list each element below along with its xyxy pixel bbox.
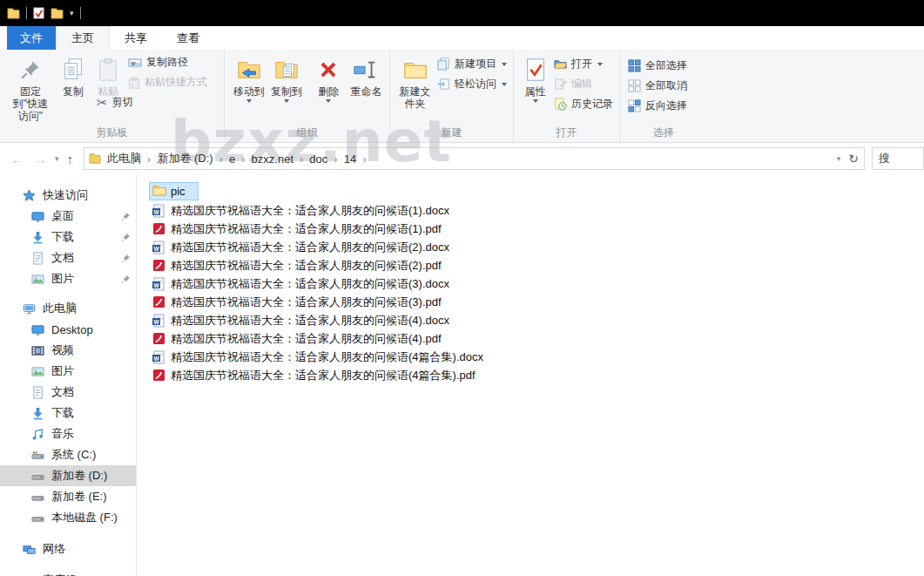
select-none-button[interactable]: 全部取消 [625,77,690,95]
pdf-icon [152,332,165,346]
file-item[interactable]: 精选国庆节祝福语大全：适合家人朋友的问候语(4).pdf [149,329,442,348]
sidebar-item-homegroup[interactable]: 家庭组 [0,570,136,576]
folder-icon[interactable] [7,8,20,19]
button-label: 复制 [63,85,84,98]
breadcrumb-item[interactable]: 新加卷 (D:) [151,149,219,168]
button-label: 删除 [318,85,339,98]
sidebar-item-downloads[interactable]: 下载 [0,227,136,247]
file-name: 精选国庆节祝福语大全：适合家人朋友的问候语(4).docx [171,313,449,329]
breadcrumb-item[interactable]: 14 [338,151,362,167]
divider [26,7,27,19]
select-all-button[interactable]: 全部选择 [625,57,690,75]
tab-share[interactable]: 共享 [110,26,162,50]
file-item[interactable]: W 精选国庆节祝福语大全：适合家人朋友的问候语(4篇合集).docx [149,348,483,366]
tab-home[interactable]: 主页 [56,26,110,50]
properties-button[interactable]: 属性 [519,51,551,125]
pin-to-quick-access-button[interactable]: 固定到"快速访问" [5,51,56,125]
copy-button[interactable]: 复制 [56,51,91,125]
address-dropdown-icon[interactable]: ▾ [834,154,844,163]
pin-icon [121,254,131,263]
recent-locations-icon[interactable]: ▾ [52,154,62,163]
sidebar-item-quick-access[interactable]: 快速访问 [0,185,136,206]
sidebar-item-videos[interactable]: 视频 [0,340,136,361]
button-label: 编辑 [571,77,592,91]
sidebar-item-label: 下载 [51,229,74,245]
folder-icon[interactable] [51,8,64,19]
group-label-new: 新建 [390,125,513,140]
qat-dropdown-icon[interactable]: ▾ [70,9,74,17]
sidebar-item-downloads-2[interactable]: 下载 [0,403,136,424]
button-label: 复制路径 [146,55,188,70]
easy-access-button[interactable]: 轻松访问 [435,75,509,93]
move-to-button[interactable]: 移动到 [230,51,267,125]
sidebar-item-label: 音乐 [51,426,74,442]
new-item-button[interactable]: 新建项目 [435,55,509,73]
up-icon[interactable]: ↑ [62,152,79,166]
file-name: 精选国庆节祝福语大全：适合家人朋友的问候语(1).docx [171,203,449,219]
file-item[interactable]: W 精选国庆节祝福语大全：适合家人朋友的问候语(1).docx [149,201,449,220]
copy-path-button[interactable]: W 复制路径 [125,53,210,71]
open-button[interactable]: 打开 [551,55,616,73]
file-item[interactable]: W 精选国庆节祝福语大全：适合家人朋友的问候语(2).docx [149,238,449,256]
refresh-icon[interactable]: ↻ [848,152,859,166]
invert-selection-button[interactable]: 反向选择 [625,97,690,115]
main-area: 快速访问 桌面 下载 文档 图片 此电脑 Desktop [0,174,924,576]
sidebar-item-label: 桌面 [51,208,74,224]
history-button[interactable]: 历史记录 [551,95,616,113]
file-item[interactable]: 精选国庆节祝福语大全：适合家人朋友的问候语(2).pdf [149,256,442,274]
rename-button[interactable]: 重命名 [347,51,386,125]
breadcrumb-item[interactable]: doc [303,151,334,167]
history-icon [554,98,567,111]
svg-text:W: W [153,245,159,251]
copy-to-button[interactable]: 复制到 [267,51,305,125]
ribbon-group-new: 新建文件夹 新建项目 轻松访问 新建 [390,50,514,142]
file-item[interactable]: 精选国庆节祝福语大全：适合家人朋友的问候语(3).pdf [149,293,442,311]
breadcrumb-item[interactable]: e [223,151,241,167]
file-item[interactable]: W 精选国庆节祝福语大全：适合家人朋友的问候语(3).docx [149,274,449,293]
sidebar-item-label: 视频 [51,342,74,358]
breadcrumb-item[interactable]: bzxz.net [246,151,300,167]
sidebar-item-music[interactable]: 音乐 [0,424,136,444]
properties-check-icon[interactable] [33,7,44,19]
sidebar-item-pictures[interactable]: 图片 [0,268,136,289]
new-folder-button[interactable]: 新建文件夹 [395,51,435,125]
sidebar-item-label: 新加卷 (D:) [51,468,107,484]
easy-access-icon [437,78,450,91]
tab-file[interactable]: 文件 [7,26,56,50]
address-bar: ← → ▾ ↑ 此电脑› 新加卷 (D:)› e› bzxz.net› doc›… [0,143,924,174]
sidebar-item-documents-2[interactable]: 文档 [0,382,136,403]
button-label: 复制到 [271,85,302,98]
chevron-down-icon [533,99,538,103]
navigation-pane: 快速访问 桌面 下载 文档 图片 此电脑 Desktop [0,174,137,576]
sidebar-item-drive-f[interactable]: 本地磁盘 (F:) [0,507,136,528]
move-to-icon [236,54,262,85]
sidebar-item-network[interactable]: 网络 [0,539,136,559]
copy-path-icon: W [128,56,142,70]
sidebar-item-desktop[interactable]: 桌面 [0,206,136,227]
folder-item-pic[interactable]: pic [149,182,199,200]
sidebar-item-documents[interactable]: 文档 [0,247,136,268]
sidebar-item-label: 图片 [51,363,74,379]
sidebar-item-label: 文档 [51,250,74,266]
sidebar-item-drive-e[interactable]: 新加卷 (E:) [0,486,136,507]
delete-button[interactable]: 删除 [311,51,347,125]
file-name: 精选国庆节祝福语大全：适合家人朋友的问候语(3).pdf [171,295,442,310]
chevron-right-icon[interactable]: › [362,152,366,166]
sidebar-item-this-pc[interactable]: 此电脑 [0,298,136,319]
sidebar-item-desktop-2[interactable]: Desktop [0,319,136,340]
breadcrumb-item[interactable]: 此电脑 [101,149,147,168]
file-item[interactable]: 精选国庆节祝福语大全：适合家人朋友的问候语(4篇合集).pdf [149,366,475,384]
tab-view[interactable]: 查看 [162,26,214,50]
folder-icon [152,184,166,198]
ribbon: 固定到"快速访问" 复制 粘贴 W 复制路径 粘贴快捷方式 ✂ 剪切 剪贴板 [0,50,924,143]
document-icon [31,252,44,265]
copy-to-icon [273,54,300,85]
file-item[interactable]: 精选国庆节祝福语大全：适合家人朋友的问候语(1).pdf [149,220,442,238]
sidebar-item-label: Desktop [51,323,93,336]
star-icon [23,189,36,202]
sidebar-item-pictures-2[interactable]: 图片 [0,361,136,382]
sidebar-item-drive-d[interactable]: 新加卷 (D:) [0,465,136,486]
sidebar-item-drive-c[interactable]: 系统 (C:) [0,444,136,465]
file-item[interactable]: W 精选国庆节祝福语大全：适合家人朋友的问候语(4).docx [149,311,449,329]
search-input[interactable]: 搜 [872,147,924,170]
